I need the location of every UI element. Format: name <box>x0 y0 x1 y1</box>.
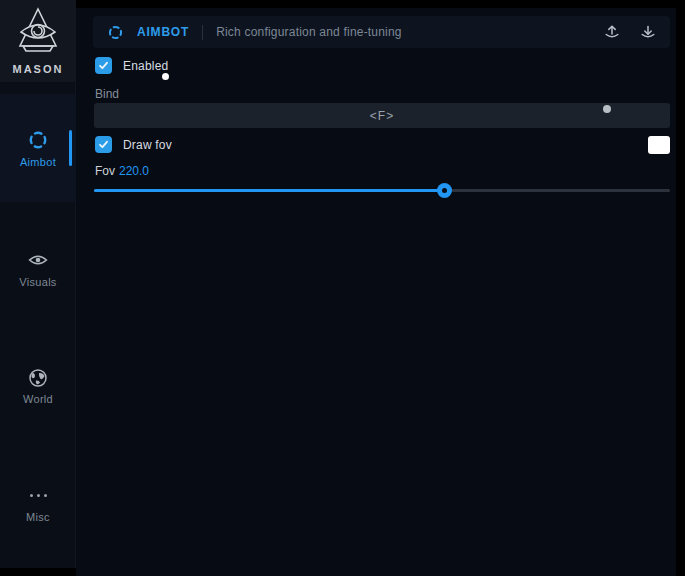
active-accent-bar <box>69 130 72 166</box>
download-config-button[interactable] <box>640 24 656 40</box>
brand-name: MASON <box>13 63 64 75</box>
fov-label: Fov <box>95 164 115 178</box>
page-title: AIMBOT <box>137 25 189 39</box>
fov-slider-handle[interactable] <box>437 183 452 198</box>
sidebar-item-visuals[interactable]: Visuals <box>0 214 76 322</box>
fov-slider-fill <box>94 189 445 192</box>
enabled-label: Enabled <box>123 59 168 73</box>
enabled-row: Enabled <box>95 57 168 74</box>
fov-value: 220.0 <box>119 164 149 178</box>
sidebar-item-label: Visuals <box>19 276 56 288</box>
sidebar-item-world[interactable]: World <box>0 332 76 440</box>
bind-keybind-input[interactable]: <F> <box>94 103 670 128</box>
bind-label: Bind <box>95 87 119 101</box>
sidebar-item-misc[interactable]: Misc <box>0 450 76 558</box>
particle-dot <box>603 105 611 113</box>
eye-icon <box>27 249 49 271</box>
globe-icon <box>28 368 48 388</box>
app-window: MASON Aimbot Visuals <box>0 0 685 576</box>
fov-slider[interactable] <box>94 183 670 198</box>
brand: MASON <box>0 0 76 82</box>
draw-fov-checkbox[interactable] <box>95 136 112 153</box>
divider <box>202 25 203 40</box>
crosshair-icon <box>107 24 124 41</box>
pyramid-eye-logo-icon <box>15 6 61 56</box>
cursor-dot <box>162 73 169 80</box>
fov-color-swatch[interactable] <box>648 136 670 154</box>
draw-fov-row: Draw fov <box>95 136 172 153</box>
crosshair-icon <box>27 129 49 151</box>
sidebar-item-label: Aimbot <box>20 156 56 168</box>
check-icon <box>98 139 109 150</box>
check-icon <box>98 60 109 71</box>
upload-config-button[interactable] <box>604 24 620 40</box>
page-subtitle: Rich configuration and fine-tuning <box>216 25 402 39</box>
sidebar: MASON Aimbot Visuals <box>0 0 76 568</box>
sidebar-item-label: Misc <box>26 511 50 523</box>
sidebar-item-aimbot[interactable]: Aimbot <box>0 94 76 202</box>
main-panel: AIMBOT Rich configuration and fine-tunin… <box>76 8 676 576</box>
sidebar-item-label: World <box>23 393 53 405</box>
download-icon <box>640 24 656 40</box>
section-header: AIMBOT Rich configuration and fine-tunin… <box>93 16 670 48</box>
draw-fov-label: Draw fov <box>123 138 172 152</box>
ellipsis-icon <box>30 486 47 506</box>
upload-icon <box>604 24 620 40</box>
fov-label-row: Fov220.0 <box>95 164 149 178</box>
enabled-checkbox[interactable] <box>95 57 112 74</box>
bind-value: <F> <box>370 109 394 123</box>
fov-slider-track[interactable] <box>94 189 670 192</box>
